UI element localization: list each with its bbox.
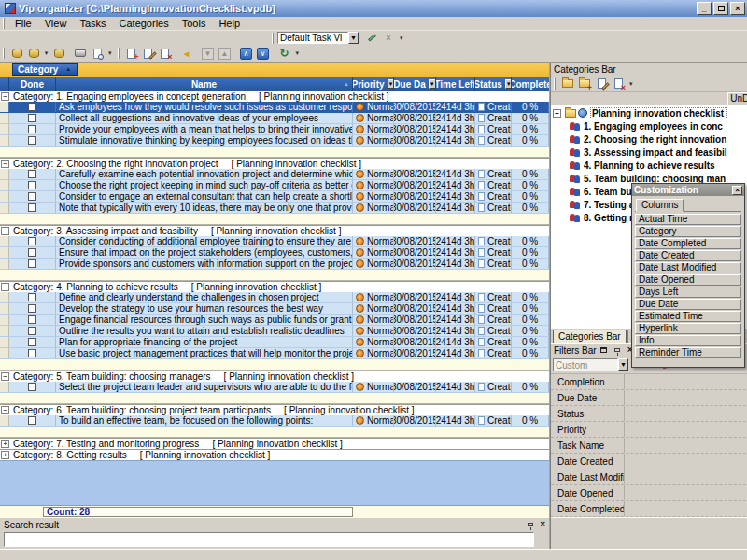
done-checkbox[interactable] [28, 181, 36, 189]
task-name-cell[interactable]: Provide your employees with a mean that … [56, 124, 353, 134]
done-checkbox[interactable] [28, 338, 36, 346]
filter-value-cell[interactable]: ▼ [624, 374, 747, 389]
edit-task-icon[interactable] [140, 46, 157, 61]
filter-preset-combo[interactable]: Custom [553, 358, 618, 371]
expand-all-icon[interactable]: ∨ [255, 46, 272, 61]
view-toolbar-overflow-icon[interactable]: ▾ [400, 35, 403, 42]
done-checkbox[interactable] [28, 103, 36, 111]
task-name-cell[interactable]: Define and clearly understand the challe… [56, 292, 353, 302]
done-checkbox[interactable] [28, 248, 36, 257]
complete-task-icon[interactable]: ◄ [178, 46, 195, 61]
category-row[interactable]: −Category: 1. Engaging employees in conc… [0, 91, 549, 102]
menu-help[interactable]: Help [212, 17, 247, 30]
filter-value-cell[interactable] [624, 438, 747, 453]
done-checkbox[interactable] [28, 203, 36, 212]
new-subcategory-icon[interactable]: + [576, 77, 593, 91]
new-database-icon[interactable] [8, 46, 25, 61]
task-row[interactable]: Collect all suggestions and innovative i… [0, 113, 549, 124]
task-view-combo-dropdown-icon[interactable]: ▼ [348, 32, 359, 44]
undone-column-header[interactable]: UnDone [727, 92, 747, 105]
category-row[interactable]: −Category: 4. Planning to achieve result… [0, 281, 549, 292]
column-item[interactable]: Estimated Time [635, 311, 741, 322]
toolbar-grip[interactable] [118, 48, 120, 59]
category-row[interactable]: +Category: 8. Getting results[ Planning … [0, 449, 549, 460]
category-row[interactable]: −Category: 2. Choosing the right innovat… [0, 158, 549, 169]
move-down-icon[interactable]: ▼ [200, 46, 217, 61]
task-name-cell[interactable]: Ask employees how they would resolve suc… [56, 102, 353, 112]
filter-value-cell[interactable]: ▼ [624, 454, 747, 469]
column-item[interactable]: Date Completed [635, 238, 741, 249]
column-item[interactable]: Reminder Time [635, 347, 741, 358]
done-checkbox[interactable] [28, 114, 36, 122]
grid-empty-area[interactable] [0, 460, 549, 505]
open-database-icon[interactable] [25, 46, 42, 61]
due-filter-dropdown-icon[interactable]: ▼ [429, 79, 436, 89]
collapse-icon[interactable]: − [1, 283, 9, 291]
status-filter-dropdown-icon[interactable]: ▼ [505, 79, 512, 89]
edit-category-icon[interactable] [593, 77, 610, 91]
task-name-cell[interactable]: Plan for appropriate financing of the pr… [56, 337, 353, 347]
task-name-cell[interactable]: Develop the strategy to use your human r… [56, 303, 353, 314]
done-checkbox[interactable] [28, 192, 36, 201]
column-header-done[interactable]: Done [9, 77, 56, 91]
filter-value-cell[interactable]: ▼ [624, 485, 747, 500]
task-name-cell[interactable]: Engage financial resources through such … [56, 315, 353, 325]
task-row[interactable]: Consider to engage an external consultan… [0, 191, 549, 203]
view-edit-icon[interactable] [363, 31, 380, 46]
view-toolbar-grip[interactable] [272, 33, 274, 44]
tree-category-row[interactable]: 1. Engaging employees in conc44 [551, 119, 747, 133]
open-database-dropdown-icon[interactable]: ▾ [42, 49, 50, 57]
task-name-cell[interactable]: Note that typically with every 10 ideas,… [56, 203, 353, 213]
task-name-cell[interactable]: Collect all suggestions and innovative i… [56, 113, 353, 123]
task-name-cell[interactable]: Choose the right project keeping in mind… [56, 180, 353, 190]
done-checkbox[interactable] [28, 136, 36, 145]
filter-value-cell[interactable]: ▼ [624, 406, 747, 421]
category-row[interactable]: −Category: 3. Assessing impact and feasi… [0, 225, 549, 236]
toolbar-grip[interactable] [3, 48, 5, 59]
task-name-cell[interactable]: Carefully examine each potential innovat… [56, 169, 353, 179]
tree-category-row[interactable]: 3. Assessing impact and feasibil33 [551, 146, 747, 159]
menu-tools[interactable]: Tools [176, 17, 213, 30]
filters-restore-icon[interactable] [599, 345, 610, 356]
menu-tasks[interactable]: Tasks [73, 17, 112, 30]
task-row[interactable]: Develop the strategy to use your human r… [0, 303, 549, 315]
move-up-icon[interactable]: ▲ [217, 46, 233, 61]
delete-task-icon[interactable]: × [157, 46, 174, 61]
filter-preset-dropdown-icon[interactable]: ▼ [618, 358, 628, 371]
filter-value-cell[interactable]: ▼ [624, 390, 747, 405]
priority-filter-dropdown-icon[interactable]: ▼ [388, 79, 394, 89]
toolbar-overflow-icon[interactable]: ▾ [296, 49, 300, 57]
view-delete-icon[interactable]: × [380, 31, 397, 46]
customization-close-icon[interactable]: × [732, 186, 742, 195]
categories-toolbar-overflow-icon[interactable]: ▾ [629, 80, 633, 88]
restore-icon[interactable] [713, 2, 728, 15]
done-checkbox[interactable] [28, 259, 36, 268]
task-name-cell[interactable]: Select the project team leader and super… [56, 382, 353, 392]
done-checkbox[interactable] [28, 237, 36, 245]
collapse-icon[interactable]: − [1, 227, 9, 235]
done-checkbox[interactable] [28, 304, 36, 313]
panel-tab-categories-bar[interactable]: Categories Bar [553, 330, 627, 343]
expand-icon[interactable]: + [1, 440, 9, 448]
column-item[interactable]: Date Opened [635, 274, 741, 286]
category-row[interactable]: −Category: 6. Team building: choosing pr… [0, 404, 549, 415]
search-close-icon[interactable]: × [540, 520, 545, 529]
task-name-cell[interactable]: To build an effective team, be focused o… [56, 415, 353, 426]
done-checkbox[interactable] [28, 327, 36, 335]
toolbar-overflow-icon[interactable]: ▾ [108, 49, 112, 57]
task-row[interactable]: Plan for appropriate financing of the pr… [0, 337, 549, 348]
column-item[interactable]: Days Left [635, 287, 741, 298]
collapse-icon[interactable]: − [1, 92, 9, 101]
task-row[interactable]: Outline the results you want to attain a… [0, 326, 549, 337]
collapse-icon[interactable]: − [1, 372, 9, 381]
print-icon[interactable] [72, 46, 89, 61]
task-name-cell[interactable]: Stimulate innovative thinking by keeping… [56, 135, 353, 146]
sync-icon[interactable]: ↻ [276, 46, 293, 61]
task-row[interactable]: Note that typically with every 10 ideas,… [0, 203, 549, 214]
customization-title-bar[interactable]: Customization × [632, 184, 744, 196]
column-header-priority[interactable]: Priority▼ [353, 77, 394, 91]
task-name-cell[interactable]: Use basic project management practices t… [56, 348, 353, 358]
search-pin-icon[interactable] [528, 523, 533, 526]
column-item[interactable]: Due Date [635, 299, 741, 310]
print-preview-icon[interactable] [89, 46, 106, 61]
